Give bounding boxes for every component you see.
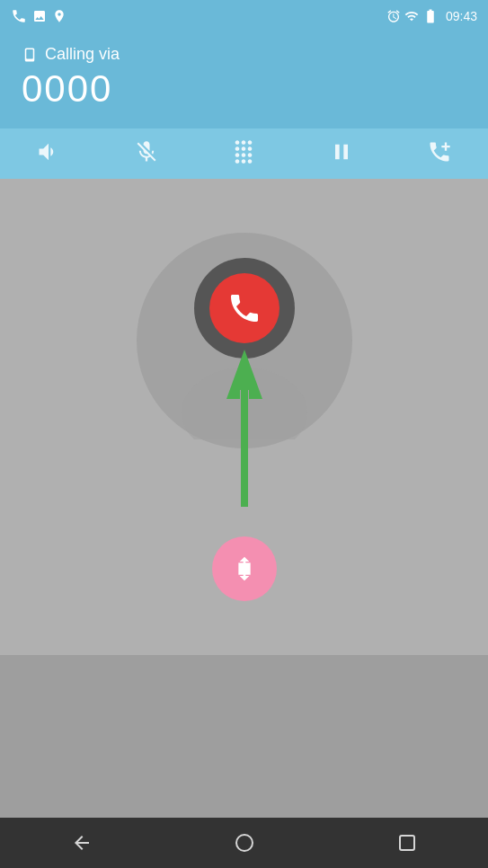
calling-number: 0000 <box>22 67 466 111</box>
clock: 09:43 <box>446 9 477 23</box>
nav-bar <box>0 818 488 868</box>
svg-rect-7 <box>400 836 414 850</box>
signal-icon <box>404 9 419 23</box>
calling-via-row: Calling via <box>22 45 466 64</box>
add-call-button[interactable] <box>427 139 452 164</box>
recent-apps-icon <box>396 832 418 854</box>
decline-button[interactable] <box>212 536 277 601</box>
image-status-icon <box>32 9 47 23</box>
swipe-up-arrow <box>222 345 267 525</box>
keypad-icon <box>231 139 256 164</box>
answer-button[interactable] <box>194 258 295 359</box>
status-right-icons: 09:43 <box>386 8 477 24</box>
home-button[interactable] <box>223 821 266 864</box>
svg-rect-1 <box>26 49 33 59</box>
speaker-icon <box>36 139 61 164</box>
action-bar <box>0 128 488 179</box>
app-status-icon <box>52 9 67 23</box>
add-call-icon <box>427 139 452 164</box>
calling-phone-icon <box>22 47 38 63</box>
keypad-button[interactable] <box>231 139 256 164</box>
hold-button[interactable] <box>329 139 354 164</box>
answer-inner-circle <box>209 273 279 343</box>
battery-icon <box>422 8 439 24</box>
call-area <box>0 179 488 655</box>
mute-button[interactable] <box>134 139 159 164</box>
hold-icon <box>329 139 354 164</box>
mute-icon <box>134 139 159 164</box>
alarm-icon <box>386 9 401 23</box>
status-bar: 09:43 <box>0 0 488 32</box>
calling-header: Calling via 0000 <box>0 32 488 128</box>
phone-status-icon <box>11 8 27 24</box>
back-button[interactable] <box>60 821 103 864</box>
recent-apps-button[interactable] <box>386 821 429 864</box>
svg-point-6 <box>236 835 253 851</box>
back-icon <box>71 832 93 854</box>
svg-rect-4 <box>241 390 248 507</box>
calling-via-label: Calling via <box>45 45 120 64</box>
speaker-button[interactable] <box>36 139 61 164</box>
decline-icon <box>230 554 259 583</box>
home-icon <box>234 832 255 854</box>
end-call-phone-icon <box>226 290 262 326</box>
status-left-icons <box>11 8 67 24</box>
